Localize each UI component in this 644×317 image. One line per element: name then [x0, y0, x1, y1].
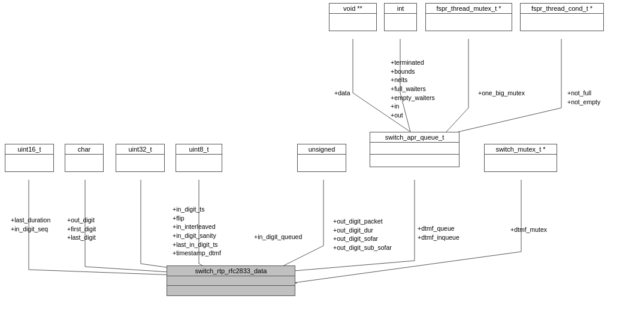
- switch-mutex-body: [485, 155, 557, 171]
- svg-line-7: [458, 108, 561, 132]
- char-body: [65, 155, 103, 171]
- void-pp-box: void **: [329, 3, 377, 31]
- fspr-mutex-body: [426, 14, 512, 31]
- int-title: int: [385, 4, 416, 14]
- label-in-digit-queued: +in_digit_queued: [254, 233, 302, 241]
- int-box: int: [384, 3, 417, 31]
- uint32-title: uint32_t: [116, 144, 164, 155]
- label-data: +data: [334, 89, 350, 98]
- switch-apr-queue-title: switch_apr_queue_t: [370, 132, 459, 143]
- uint16-body: [5, 155, 53, 171]
- label-in-digit-ts: +in_digit_ts+flip+in_interleaved+in_digi…: [173, 205, 221, 258]
- fspr-cond-title: fspr_thread_cond_t *: [521, 4, 603, 14]
- uint32-box: uint32_t: [116, 144, 165, 172]
- switch-mutex-box: switch_mutex_t *: [484, 144, 557, 172]
- void-pp-body: [329, 14, 376, 31]
- label-queue-fields: +terminated+bounds+nelts+full_waiters+em…: [391, 58, 435, 120]
- main-class-box: switch_rtp_rfc2833_data: [167, 265, 295, 296]
- label-last-dur: +last_duration+in_digit_seq: [11, 216, 50, 233]
- unsigned-body: [298, 155, 346, 171]
- label-out-digit-packet: +out_digit_packet+out_digit_dur+out_digi…: [333, 217, 392, 252]
- fspr-cond-body: [521, 14, 603, 31]
- main-class-title: switch_rtp_rfc2833_data: [167, 266, 295, 276]
- main-class-body1: [167, 276, 295, 286]
- switch-apr-queue-body2: [370, 155, 459, 167]
- label-out-digit: +out_digit+first_digit+last_digit: [67, 216, 96, 242]
- svg-line-5: [446, 108, 468, 132]
- svg-line-12: [294, 252, 521, 283]
- label-dtmf-mutex: +dtmf_mutex: [510, 225, 547, 234]
- unsigned-title: unsigned: [298, 144, 346, 155]
- fspr-cond-box: fspr_thread_cond_t *: [520, 3, 604, 31]
- main-class-body2: [167, 286, 295, 295]
- switch-apr-queue-box: switch_apr_queue_t: [370, 132, 459, 167]
- switch-mutex-title: switch_mutex_t *: [485, 144, 557, 155]
- uint16-title: uint16_t: [5, 144, 53, 155]
- int-body: [385, 14, 416, 31]
- label-not-full: +not_full+not_empty: [567, 89, 600, 106]
- char-title: char: [65, 144, 103, 155]
- fspr-mutex-title: fspr_thread_mutex_t *: [426, 4, 512, 14]
- uint8-box: uint8_t: [176, 144, 222, 172]
- uint32-body: [116, 155, 164, 171]
- uint8-body: [176, 155, 222, 171]
- label-one-big-mutex: +one_big_mutex: [478, 89, 525, 98]
- char-box: char: [65, 144, 104, 172]
- label-dtmf-queue: +dtmf_queue+dtmf_inqueue: [418, 224, 459, 241]
- void-pp-title: void **: [329, 4, 376, 14]
- uint8-title: uint8_t: [176, 144, 222, 155]
- switch-apr-queue-body1: [370, 143, 459, 155]
- fspr-mutex-box: fspr_thread_mutex_t *: [425, 3, 512, 31]
- unsigned-box: unsigned: [297, 144, 346, 172]
- uint16-box: uint16_t: [5, 144, 54, 172]
